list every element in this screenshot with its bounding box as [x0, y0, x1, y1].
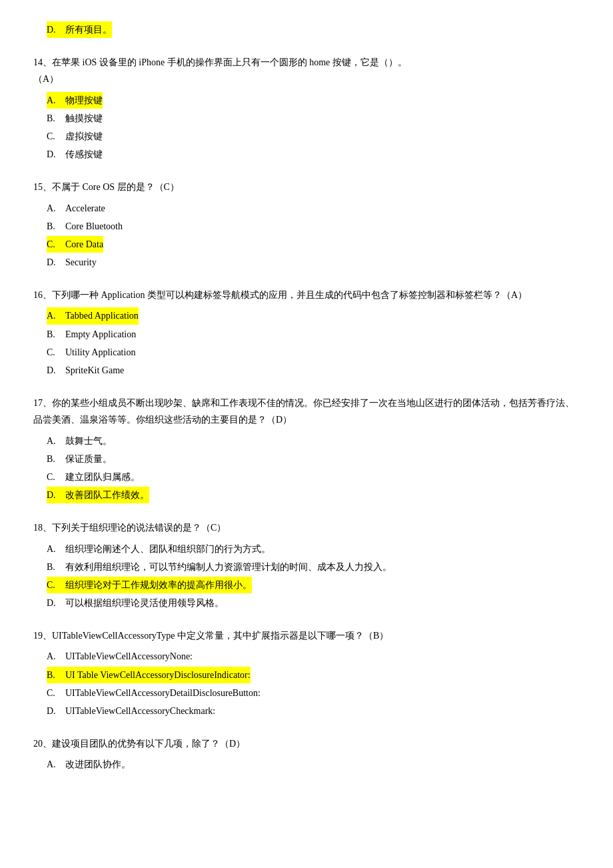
option-label: B.: [47, 326, 65, 343]
question-18: 18、下列关于组织理论的说法错误的是？（C） A. 组织理论阐述个人、团队和组织…: [33, 519, 580, 611]
option-text: 改进团队协作。: [65, 756, 131, 773]
option-text: 有效利用组织理论，可以节约编制人力资源管理计划的时间、成本及人力投入。: [65, 559, 392, 575]
question-text-19: 19、UITableViewCellAccessoryType 中定义常量，其中…: [33, 627, 580, 644]
question-text-15: 15、不属于 Core OS 层的是？（C）: [33, 179, 580, 195]
option-text: 所有项目。: [65, 21, 112, 38]
option-label: D.: [47, 703, 65, 719]
option-text: 虚拟按键: [65, 128, 103, 145]
option-17-d: D. 改善团队工作绩效。: [33, 487, 580, 503]
question-19: 19、UITableViewCellAccessoryType 中定义常量，其中…: [33, 627, 580, 719]
question-number-14: 14、在苹果 iOS 设备里的 iPhone 手机的操作界面上只有一个圆形的 h…: [33, 57, 407, 67]
question-number-16: 16、下列哪一种 Application 类型可以构建标签导航模式的应用，并且生…: [33, 290, 527, 300]
option-19-a: A. UITableViewCellAccessoryNone:: [33, 648, 580, 665]
option-label: C.: [47, 236, 65, 253]
option-15-b: B. Core Bluetooth: [33, 218, 580, 235]
option-text: 组织理论阐述个人、团队和组织部门的行为方式。: [65, 541, 271, 557]
option-label: A.: [47, 541, 65, 557]
option-label: B.: [47, 218, 65, 235]
option-16-d: D. SpriteKit Game: [33, 362, 580, 379]
question-16: 16、下列哪一种 Application 类型可以构建标签导航模式的应用，并且生…: [33, 287, 580, 379]
option-text: SpriteKit Game: [65, 362, 124, 379]
option-text: Tabbed Application: [65, 307, 139, 324]
option-label: A.: [47, 200, 65, 217]
option-14-c: C. 虚拟按键: [33, 128, 580, 145]
option-18-b: B. 有效利用组织理论，可以节约编制人力资源管理计划的时间、成本及人力投入。: [33, 559, 580, 575]
option-text: Core Data: [65, 236, 103, 253]
option-label: A.: [47, 648, 65, 665]
option-label: B.: [47, 110, 65, 127]
question-text-17: 17、你的某些小组成员不断出现吵架、缺席和工作表现不佳的情况。你已经安排了一次在…: [33, 395, 580, 428]
option-18-c: C. 组织理论对于工作规划效率的提高作用很小。: [33, 577, 580, 593]
option-label: D.: [47, 595, 65, 611]
option-17-c: C. 建立团队归属感。: [33, 469, 580, 485]
question-text-20: 20、建设项目团队的优势有以下几项，除了？（D）: [33, 735, 580, 752]
question-number-18: 18、下列关于组织理论的说法错误的是？（C）: [33, 523, 226, 533]
option-label: A.: [47, 433, 65, 449]
option-label: C.: [47, 469, 65, 485]
option-text: Security: [65, 254, 97, 271]
option-19-d: D. UITableViewCellAccessoryCheckmark:: [33, 703, 580, 719]
option-text: UITableViewCellAccessoryDetailDisclosure…: [65, 685, 261, 701]
option-text: 触摸按键: [65, 110, 103, 127]
option-text: 物理按键: [65, 92, 103, 109]
option-text: Utility Application: [65, 344, 135, 361]
option-label: D.: [47, 21, 65, 38]
option-15-d: D. Security: [33, 254, 580, 271]
option-text: Accelerate: [65, 200, 105, 217]
option-text: 组织理论对于工作规划效率的提高作用很小。: [65, 577, 252, 593]
option-d-all: D. 所有项目。: [33, 21, 580, 38]
question-17: 17、你的某些小组成员不断出现吵架、缺席和工作表现不佳的情况。你已经安排了一次在…: [33, 395, 580, 503]
question-14: 14、在苹果 iOS 设备里的 iPhone 手机的操作界面上只有一个圆形的 h…: [33, 54, 580, 163]
option-19-b: B. UI Table ViewCellAccessoryDisclosureI…: [33, 667, 580, 683]
question-number-17: 17、你的某些小组成员不断出现吵架、缺席和工作表现不佳的情况。你已经安排了一次在…: [33, 398, 574, 425]
question-text-18: 18、下列关于组织理论的说法错误的是？（C）: [33, 519, 580, 536]
option-15-c: C. Core Data: [33, 236, 580, 253]
option-text: Core Bluetooth: [65, 218, 123, 235]
option-text: 传感按键: [65, 146, 103, 163]
option-15-a: A. Accelerate: [33, 200, 580, 217]
answer-note-14: （A）: [33, 74, 59, 84]
option-label: D.: [47, 146, 65, 163]
option-14-b: B. 触摸按键: [33, 110, 580, 127]
option-18-a: A. 组织理论阐述个人、团队和组织部门的行为方式。: [33, 541, 580, 557]
option-14-a: A. 物理按键: [33, 92, 580, 109]
option-label: D.: [47, 487, 65, 503]
option-label: A.: [47, 756, 65, 773]
question-text-16: 16、下列哪一种 Application 类型可以构建标签导航模式的应用，并且生…: [33, 287, 580, 303]
option-text: 改善团队工作绩效。: [65, 487, 149, 503]
option-text: Empty Application: [65, 326, 136, 343]
question-number-19: 19、UITableViewCellAccessoryType 中定义常量，其中…: [33, 631, 388, 641]
option-text: 鼓舞士气。: [65, 433, 112, 449]
option-16-b: B. Empty Application: [33, 326, 580, 343]
standalone-d-option: D. 所有项目。: [33, 21, 580, 38]
option-label: B.: [47, 559, 65, 575]
option-14-d: D. 传感按键: [33, 146, 580, 163]
option-label: D.: [47, 254, 65, 271]
option-label: B.: [47, 451, 65, 467]
option-17-a: A. 鼓舞士气。: [33, 433, 580, 449]
option-16-a: A. Tabbed Application: [33, 307, 580, 324]
option-19-c: C. UITableViewCellAccessoryDetailDisclos…: [33, 685, 580, 701]
option-label: D.: [47, 362, 65, 379]
question-15: 15、不属于 Core OS 层的是？（C） A. Accelerate B. …: [33, 179, 580, 271]
option-label: C.: [47, 344, 65, 361]
option-label: A.: [47, 307, 65, 324]
question-number-15: 15、不属于 Core OS 层的是？（C）: [33, 182, 179, 192]
option-16-c: C. Utility Application: [33, 344, 580, 361]
option-label: A.: [47, 92, 65, 109]
question-text-14: 14、在苹果 iOS 设备里的 iPhone 手机的操作界面上只有一个圆形的 h…: [33, 54, 580, 87]
question-number-20: 20、建设项目团队的优势有以下几项，除了？（D）: [33, 739, 245, 749]
option-text: UI Table ViewCellAccessoryDisclosureIndi…: [65, 667, 251, 683]
option-label: C.: [47, 685, 65, 701]
option-label: C.: [47, 128, 65, 145]
option-label: C.: [47, 577, 65, 593]
question-20: 20、建设项目团队的优势有以下几项，除了？（D） A. 改进团队协作。: [33, 735, 580, 773]
option-text: 建立团队归属感。: [65, 469, 140, 485]
option-text: UITableViewCellAccessoryNone:: [65, 648, 193, 665]
option-20-a: A. 改进团队协作。: [33, 756, 580, 773]
option-18-d: D. 可以根据组织理论灵活使用领导风格。: [33, 595, 580, 611]
option-17-b: B. 保证质量。: [33, 451, 580, 467]
option-text: UITableViewCellAccessoryCheckmark:: [65, 703, 215, 719]
option-text: 保证质量。: [65, 451, 112, 467]
option-text: 可以根据组织理论灵活使用领导风格。: [65, 595, 224, 611]
